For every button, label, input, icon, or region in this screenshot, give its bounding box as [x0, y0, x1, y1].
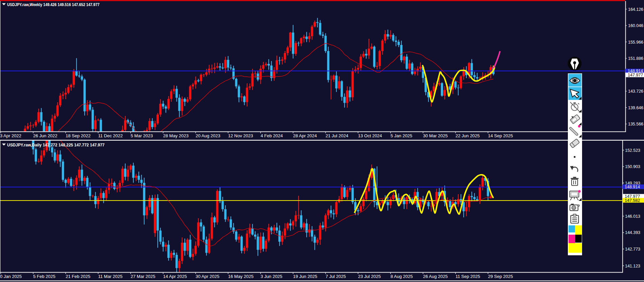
svg-text:21 Feb 2025: 21 Feb 2025: [66, 274, 90, 279]
svg-text:30 Mar 2025: 30 Mar 2025: [423, 133, 448, 138]
svg-text:21 Jul 2024: 21 Jul 2024: [326, 133, 348, 138]
svg-text:23 Jul 2025: 23 Jul 2025: [358, 274, 381, 279]
svg-text:5 Mar 2023: 5 Mar 2023: [131, 133, 153, 138]
svg-text:160.046: 160.046: [628, 23, 643, 28]
svg-text:26 Aug 2025: 26 Aug 2025: [423, 274, 448, 279]
svg-text:146.013: 146.013: [625, 214, 640, 219]
svg-text:5 Feb 2025: 5 Feb 2025: [33, 274, 55, 279]
svg-text:11 Dec 2022: 11 Dec 2022: [98, 133, 123, 138]
svg-text:28 May 2023: 28 May 2023: [163, 133, 188, 138]
svg-text:USDJPY.raw,Weekly 149.426 149: USDJPY.raw,Weekly 149.426 149.516 147.65…: [7, 2, 99, 7]
svg-text:3 Jun 2025: 3 Jun 2025: [261, 274, 282, 279]
svg-text:22 Jun 2025: 22 Jun 2025: [456, 133, 480, 138]
svg-text:16 May 2025: 16 May 2025: [228, 274, 253, 279]
svg-text:8 Aug 2025: 8 Aug 2025: [391, 274, 413, 279]
svg-text:147.977: 147.977: [628, 73, 643, 77]
svg-text:20 Aug 2023: 20 Aug 2023: [196, 133, 220, 138]
svg-text:152.523: 152.523: [625, 148, 640, 153]
svg-text:30 Apr 2025: 30 Apr 2025: [196, 274, 219, 279]
svg-text:151.886: 151.886: [628, 56, 643, 61]
svg-text:3 Apr 2022: 3 Apr 2022: [0, 133, 21, 138]
svg-text:147.582: 147.582: [625, 198, 640, 203]
svg-text:13 Oct 2024: 13 Oct 2024: [358, 133, 382, 138]
svg-text:148.914: 148.914: [625, 185, 640, 189]
svg-text:144.393: 144.393: [625, 230, 640, 235]
svg-text:150.903: 150.903: [625, 164, 640, 169]
svg-text:142.773: 142.773: [625, 246, 640, 252]
svg-text:141.123: 141.123: [625, 263, 640, 268]
svg-text:18 Sep 2022: 18 Sep 2022: [66, 133, 91, 138]
svg-text:27 Mar 2025: 27 Mar 2025: [131, 274, 155, 279]
svg-text:139.646: 139.646: [628, 105, 643, 110]
svg-text:0 Jan 2025: 0 Jan 2025: [0, 274, 22, 279]
svg-text:14 Sep 2025: 14 Sep 2025: [488, 133, 513, 138]
svg-text:7 Jul 2025: 7 Jul 2025: [326, 274, 346, 279]
svg-text:11 Sep 2025: 11 Sep 2025: [456, 274, 480, 279]
svg-text:5 Jan 2025: 5 Jan 2025: [391, 133, 412, 138]
svg-text:29 Sep 2025: 29 Sep 2025: [488, 274, 513, 279]
svg-text:143.726: 143.726: [628, 89, 643, 94]
svg-text:11 Mar 2025: 11 Mar 2025: [98, 274, 123, 279]
svg-text:164.126: 164.126: [628, 7, 643, 12]
svg-text:28 Apr 2024: 28 Apr 2024: [293, 133, 317, 138]
svg-text:26 Jun 2022: 26 Jun 2022: [33, 133, 58, 138]
svg-text:19 Jun 2025: 19 Jun 2025: [293, 274, 317, 279]
svg-text:155.966: 155.966: [628, 40, 643, 45]
svg-text:135.566: 135.566: [628, 121, 643, 126]
svg-text:14 Apr 2025: 14 Apr 2025: [163, 274, 187, 279]
svg-text:12 Nov 2023: 12 Nov 2023: [228, 133, 253, 138]
svg-text:4 Feb 2024: 4 Feb 2024: [261, 133, 283, 138]
svg-text:USDJPY.raw,Daily 147.772 148.: USDJPY.raw,Daily 147.772 148.225 147.772…: [7, 142, 105, 147]
